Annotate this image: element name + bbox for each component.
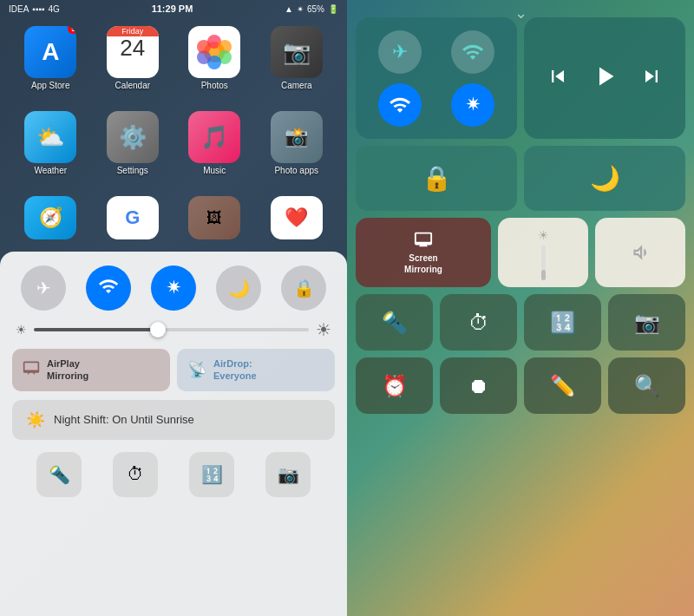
right-camera-btn[interactable]: 📷 bbox=[608, 294, 685, 351]
right-camera-icon: 📷 bbox=[634, 311, 660, 335]
status-left: IDEA ▪▪▪▪ 4G bbox=[9, 4, 60, 14]
app-settings[interactable]: ⚙️ Settings bbox=[96, 111, 170, 175]
right-alarm-btn[interactable]: ⏰ bbox=[356, 357, 433, 414]
right-bluetooth-icon: ✴ bbox=[465, 94, 481, 116]
music-label: Music bbox=[203, 166, 226, 175]
battery-icon: 🔋 bbox=[328, 4, 338, 14]
right-calculator-btn[interactable]: 🔢 bbox=[524, 294, 601, 351]
right-zoom-icon: 🔍 bbox=[634, 374, 660, 398]
right-screen-mirroring-btn[interactable]: ScreenMirroring bbox=[356, 218, 491, 287]
do-not-disturb-btn[interactable]: 🌙 bbox=[216, 265, 261, 311]
app-photos[interactable]: Photos bbox=[178, 26, 252, 90]
app-photoapps[interactable]: 📸 Photo apps bbox=[260, 111, 334, 175]
right-record-btn[interactable]: ⏺ bbox=[440, 357, 517, 414]
airplay-btn[interactable]: AirPlayMirroring bbox=[12, 349, 170, 391]
brightness-vertical-fill bbox=[541, 270, 546, 280]
right-screen-mirroring-icon bbox=[414, 230, 433, 249]
connectivity-block: ✈ ✴ bbox=[356, 17, 517, 139]
right-wifi-icon bbox=[389, 94, 411, 116]
right-moon-btn[interactable]: 🌙 bbox=[524, 146, 685, 211]
timer-icon: ⏱ bbox=[127, 464, 144, 484]
screen-mirroring-label: ScreenMirroring bbox=[404, 252, 442, 275]
status-right: ▲ ✴ 65% 🔋 bbox=[285, 4, 338, 14]
camera-quick-btn[interactable]: 📷 bbox=[265, 452, 311, 497]
status-time: 11:29 PM bbox=[152, 3, 193, 14]
right-timer-icon: ⏱ bbox=[468, 311, 489, 335]
right-signal-icon bbox=[462, 41, 484, 63]
right-record-icon: ⏺ bbox=[468, 374, 489, 398]
airdrop-icon: 📡 bbox=[187, 360, 206, 379]
right-flashlight-icon: 🔦 bbox=[382, 311, 408, 335]
app-safari[interactable]: 🧭 bbox=[14, 196, 88, 239]
brightness-fill bbox=[34, 328, 158, 331]
media-play-btn[interactable] bbox=[589, 61, 620, 95]
settings-label: Settings bbox=[117, 166, 148, 175]
right-tools-row2: ⏰ ⏺ ✏️ 🔍 bbox=[356, 357, 685, 414]
right-volume-btn[interactable] bbox=[595, 218, 685, 287]
media-next-btn[interactable] bbox=[639, 64, 664, 92]
airdrop-btn[interactable]: 📡 AirDrop: Everyone bbox=[177, 349, 335, 391]
right-signal-btn[interactable] bbox=[451, 30, 494, 74]
app-music[interactable]: 🎵 Music bbox=[178, 111, 252, 175]
rotation-lock-btn[interactable]: 🔒 bbox=[281, 265, 326, 311]
brightness-thumb[interactable] bbox=[150, 322, 166, 337]
nightshift-label: Night Shift: On Until Sunrise bbox=[54, 413, 194, 426]
media-block bbox=[524, 17, 685, 139]
right-notes-btn[interactable]: ✏️ bbox=[524, 357, 601, 414]
right-timer-btn[interactable]: ⏱ bbox=[440, 294, 517, 351]
app-calendar[interactable]: Friday 24 Calendar bbox=[96, 26, 170, 90]
timer-btn[interactable]: ⏱ bbox=[113, 452, 158, 497]
photos-label: Photos bbox=[201, 81, 228, 90]
airdrop-label: AirDrop: Everyone bbox=[213, 357, 257, 383]
airplane-icon: ✈ bbox=[36, 278, 51, 298]
nightshift-icon: ☀️ bbox=[26, 410, 45, 429]
right-bluetooth-btn[interactable]: ✴ bbox=[451, 83, 494, 127]
location-icon: ▲ bbox=[285, 4, 293, 14]
bluetooth-btn[interactable]: ✴ bbox=[151, 265, 196, 311]
right-volume-icon bbox=[629, 241, 651, 264]
right-zoom-btn[interactable]: 🔍 bbox=[608, 357, 685, 414]
right-tools-row1: 🔦 ⏱ 🔢 📷 bbox=[356, 294, 685, 351]
media-next-icon bbox=[639, 64, 664, 88]
svg-point-6 bbox=[197, 40, 211, 54]
right-moon-icon: 🌙 bbox=[590, 164, 620, 193]
signal-icon: ▪▪▪▪ bbox=[32, 4, 44, 14]
right-calculator-icon: 🔢 bbox=[550, 311, 576, 335]
airplane-mode-btn[interactable]: ✈ bbox=[21, 265, 66, 311]
airplay-label: AirPlayMirroring bbox=[47, 357, 88, 383]
media-prev-btn[interactable] bbox=[546, 64, 570, 92]
right-flashlight-btn[interactable]: 🔦 bbox=[356, 294, 433, 351]
app-google[interactable]: G bbox=[96, 196, 170, 239]
app-appstore[interactable]: A 5 App Store bbox=[14, 26, 88, 90]
night-shift-btn[interactable]: ☀️ Night Shift: On Until Sunrise bbox=[12, 400, 335, 440]
calculator-btn[interactable]: 🔢 bbox=[189, 452, 234, 497]
moon-icon: 🌙 bbox=[228, 278, 250, 298]
bottom-tools: 🔦 ⏱ 🔢 📷 bbox=[12, 449, 335, 497]
right-panel: ⌄ ✈ bbox=[347, 0, 694, 616]
carrier-label: IDEA bbox=[9, 4, 29, 14]
bluetooth-icon: ✴ bbox=[297, 4, 304, 14]
app-health[interactable]: ❤️ bbox=[260, 196, 334, 239]
right-alarm-icon: ⏰ bbox=[382, 374, 408, 398]
brightness-slider-row: ☀ ☀ bbox=[12, 319, 335, 340]
right-airplane-btn[interactable]: ✈ bbox=[378, 30, 422, 74]
right-brightness-btn[interactable]: ☀ bbox=[498, 218, 588, 287]
right-rotation-lock-btn[interactable]: 🔒 bbox=[356, 146, 517, 211]
app-camera[interactable]: 📷 Camera bbox=[260, 26, 334, 90]
appstore-badge: 5 bbox=[68, 26, 76, 34]
flashlight-btn[interactable]: 🔦 bbox=[36, 452, 82, 497]
wifi-btn[interactable] bbox=[86, 265, 131, 311]
right-rotation-lock-icon: 🔒 bbox=[422, 164, 452, 193]
flashlight-icon: 🔦 bbox=[49, 464, 70, 485]
left-panel: IDEA ▪▪▪▪ 4G 11:29 PM ▲ ✴ 65% 🔋 A 5 App … bbox=[0, 0, 347, 616]
calculator-icon: 🔢 bbox=[201, 464, 223, 485]
rotation-lock-icon: 🔒 bbox=[293, 278, 315, 298]
app-weather[interactable]: ⛅ Weather bbox=[14, 111, 88, 175]
brightness-track[interactable] bbox=[34, 328, 309, 331]
right-wifi-btn[interactable] bbox=[378, 83, 422, 127]
weather-label: Weather bbox=[34, 166, 67, 175]
app-photos2[interactable]: 🖼 bbox=[178, 196, 252, 239]
brightness-high-icon: ☀ bbox=[316, 319, 331, 340]
control-center: ✈ ✴ 🌙 🔒 ☀ bbox=[0, 252, 347, 616]
camera-quick-icon: 📷 bbox=[278, 464, 299, 485]
